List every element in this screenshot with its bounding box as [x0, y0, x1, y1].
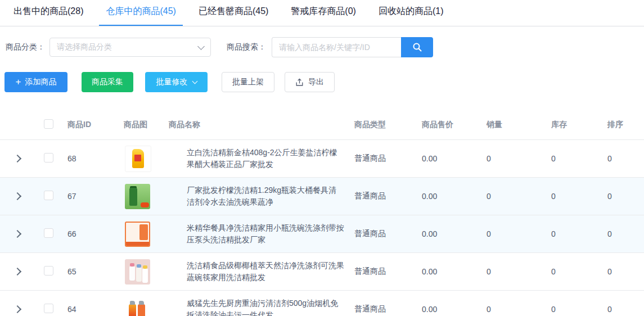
search-input[interactable]	[272, 37, 401, 57]
tab-onsale-products[interactable]: 出售中的商品(28)	[7, 0, 90, 26]
search-label: 商品搜索：	[227, 42, 266, 52]
expand-row-icon[interactable]	[13, 192, 21, 200]
add-product-button[interactable]: + 添加商品	[4, 72, 67, 92]
product-image	[125, 259, 150, 285]
product-id: 65	[62, 267, 118, 276]
product-stock: 0	[546, 192, 602, 201]
product-id: 66	[62, 229, 118, 238]
tab-soldout-products[interactable]: 已经售罄商品(45)	[192, 0, 275, 26]
expand-row-icon[interactable]	[13, 268, 21, 276]
product-id: 67	[62, 192, 118, 201]
export-label: 导出	[308, 77, 324, 87]
header-stock: 库存	[546, 120, 602, 130]
table-row: 64 威猛先生先厨房重油污清洁剂500g油烟机免拆清洗除油去污一件代发 普通商品…	[0, 291, 644, 316]
product-id: 64	[62, 305, 118, 314]
table-row: 65 洗洁精食品级椰椰植萃天然洁净洗涤剂可洗果蔬碗筷家用洗洁精批发 普通商品 0…	[0, 253, 644, 291]
product-sort: 0	[602, 267, 644, 276]
header-product-image: 商品图	[118, 120, 163, 130]
product-management-page: 出售中的商品(28) 仓库中的商品(45) 已经售罄商品(45) 警戒库存商品(…	[0, 0, 644, 316]
search-button[interactable]	[401, 37, 433, 57]
product-name: 厂家批发柠檬洗洁精1.29kg瓶装大桶餐具清洁剂冷水去油洗碗果蔬净	[163, 184, 349, 208]
header-product-type: 商品类型	[349, 120, 416, 130]
product-stock: 0	[546, 305, 602, 314]
batch-onsale-button[interactable]: 批量上架	[222, 72, 274, 92]
product-sales: 0	[481, 267, 546, 276]
search-icon	[412, 42, 422, 52]
category-select-placeholder: 请选择商品分类	[57, 42, 112, 52]
product-type: 普通商品	[349, 191, 416, 201]
row-checkbox[interactable]	[44, 228, 53, 238]
tab-bar: 出售中的商品(28) 仓库中的商品(45) 已经售罄商品(45) 警戒库存商品(…	[0, 0, 644, 26]
product-price: 0.00	[416, 267, 481, 276]
table-header-row: 商品ID 商品图 商品名称 商品类型 商品售价 销量 库存 排序	[0, 110, 644, 140]
plus-icon: +	[16, 76, 21, 88]
expand-row-icon[interactable]	[13, 230, 21, 238]
product-sort: 0	[602, 229, 644, 238]
product-name: 米精华餐具净洗洁精家用小瓶洗碗洗涤剂带按压泵头洗洁精批发厂家	[163, 222, 349, 246]
product-stock: 0	[546, 154, 602, 163]
product-type: 普通商品	[349, 304, 416, 314]
table-row: 68 立白洗洁精新金桔408g-2公斤生姜盐洁柠檬果醋大桶装正品厂家批发 普通商…	[0, 140, 644, 178]
product-price: 0.00	[416, 305, 481, 314]
table-row: 67 厂家批发柠檬洗洁精1.29kg瓶装大桶餐具清洁剂冷水去油洗碗果蔬净 普通商…	[0, 178, 644, 215]
export-button[interactable]: 导出	[285, 72, 335, 92]
product-name: 威猛先生先厨房重油污清洁剂500g油烟机免拆清洗除油去污一件代发	[163, 297, 349, 316]
toolbar: + 添加商品 商品采集 批量修改 批量上架 导出	[4, 72, 644, 92]
product-image	[125, 297, 150, 316]
expand-row-icon[interactable]	[13, 305, 21, 313]
product-type: 普通商品	[349, 229, 416, 239]
product-sort: 0	[602, 154, 644, 163]
tab-alert-stock-products[interactable]: 警戒库存商品(0)	[284, 0, 363, 26]
row-checkbox[interactable]	[44, 191, 53, 200]
collect-product-button[interactable]: 商品采集	[82, 72, 133, 92]
search-input-group	[272, 37, 433, 57]
category-select[interactable]: 请选择商品分类	[49, 38, 211, 57]
product-price: 0.00	[416, 154, 481, 163]
product-name: 立白洗洁精新金桔408g-2公斤生姜盐洁柠檬果醋大桶装正品厂家批发	[163, 147, 349, 170]
row-checkbox[interactable]	[44, 266, 53, 276]
product-sales: 0	[481, 192, 546, 201]
product-stock: 0	[546, 229, 602, 238]
header-product-name: 商品名称	[163, 120, 349, 130]
product-table: 商品ID 商品图 商品名称 商品类型 商品售价 销量 库存 排序 68 立白洗洁…	[0, 110, 644, 316]
product-type: 普通商品	[349, 267, 416, 277]
expand-row-icon[interactable]	[13, 155, 21, 162]
category-label: 商品分类：	[6, 42, 45, 52]
product-sales: 0	[481, 154, 546, 163]
product-sales: 0	[481, 305, 546, 314]
header-sort: 排序	[602, 120, 644, 130]
product-stock: 0	[546, 267, 602, 276]
filter-row: 商品分类： 请选择商品分类 商品搜索：	[6, 37, 644, 57]
product-id: 68	[62, 154, 118, 163]
product-type: 普通商品	[349, 154, 416, 164]
product-image	[125, 146, 151, 172]
chevron-down-icon	[197, 43, 205, 50]
table-row: 66 米精华餐具净洗洁精家用小瓶洗碗洗涤剂带按压泵头洗洁精批发厂家 普通商品 0…	[0, 215, 644, 253]
chevron-down-icon	[192, 79, 197, 84]
product-image	[125, 222, 150, 247]
product-sales: 0	[481, 229, 546, 238]
add-product-label: 添加商品	[25, 77, 56, 87]
product-sort: 0	[602, 305, 644, 314]
product-sort: 0	[602, 192, 644, 201]
tab-recycle-bin-products[interactable]: 回收站的商品(1)	[372, 0, 451, 26]
product-price: 0.00	[416, 229, 481, 238]
batch-edit-button[interactable]: 批量修改	[145, 72, 208, 92]
select-all-checkbox[interactable]	[44, 119, 53, 129]
collect-product-label: 商品采集	[92, 77, 123, 87]
row-checkbox[interactable]	[44, 153, 53, 162]
header-sales: 销量	[481, 120, 546, 130]
header-product-price: 商品售价	[416, 120, 481, 130]
row-checkbox[interactable]	[44, 304, 53, 313]
tab-warehouse-products[interactable]: 仓库中的商品(45)	[99, 0, 182, 26]
product-price: 0.00	[416, 192, 481, 201]
product-name: 洗洁精食品级椰椰植萃天然洁净洗涤剂可洗果蔬碗筷家用洗洁精批发	[163, 260, 349, 283]
product-image	[125, 184, 150, 209]
batch-edit-label: 批量修改	[156, 77, 188, 87]
upload-export-icon	[295, 78, 304, 87]
batch-onsale-label: 批量上架	[232, 77, 264, 87]
header-product-id: 商品ID	[62, 120, 118, 130]
